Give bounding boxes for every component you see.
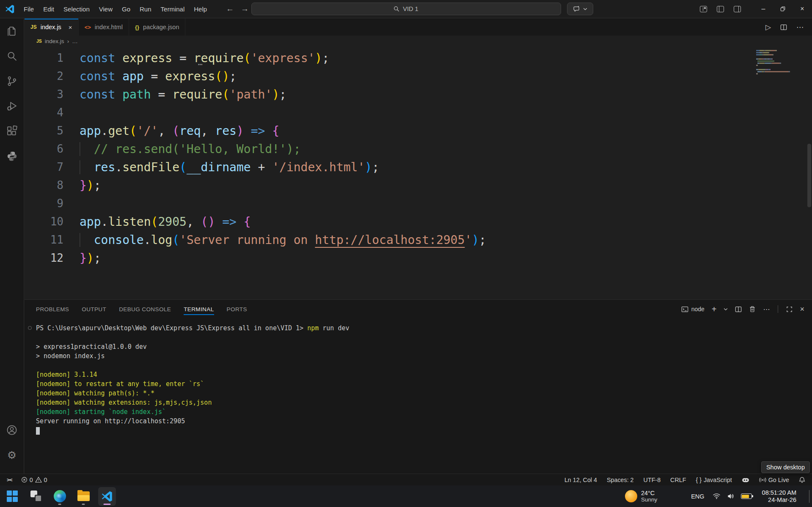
- weather-condition: Sunny: [641, 496, 657, 503]
- menu-edit[interactable]: Edit: [39, 3, 58, 15]
- breadcrumb-file[interactable]: index.js: [45, 38, 64, 44]
- file-explorer-icon[interactable]: [74, 487, 92, 506]
- close-panel-icon[interactable]: ×: [800, 305, 804, 314]
- new-terminal-icon[interactable]: +: [712, 304, 717, 314]
- code-line-11[interactable]: 11 console.log('Server running on http:/…: [25, 231, 812, 249]
- account-icon[interactable]: [6, 424, 18, 436]
- close-tab-icon[interactable]: ×: [69, 24, 72, 31]
- search-icon[interactable]: [6, 50, 18, 63]
- explorer-icon[interactable]: [6, 25, 18, 38]
- code-line-4[interactable]: 4: [25, 104, 812, 122]
- maximize-panel-icon[interactable]: [786, 306, 793, 312]
- code-line-8[interactable]: 8});: [25, 176, 812, 195]
- code-editor[interactable]: 1const express = require('express');2con…: [25, 47, 812, 299]
- more-actions-icon[interactable]: ⋯: [796, 23, 804, 32]
- go-live-button[interactable]: Go Live: [758, 477, 790, 483]
- settings-gear-icon[interactable]: ⚙: [6, 449, 18, 461]
- encoding[interactable]: UTF-8: [643, 477, 662, 483]
- sun-icon: [625, 490, 637, 502]
- eol-sequence[interactable]: CRLF: [669, 477, 687, 483]
- show-desktop-button[interactable]: [809, 490, 809, 503]
- command-center-search[interactable]: VID 1: [251, 3, 561, 15]
- line-number: 2: [25, 67, 63, 85]
- code-line-12[interactable]: 12});: [25, 249, 812, 267]
- tab-output[interactable]: OUTPUT: [82, 300, 106, 318]
- vscode-taskbar-icon[interactable]: [98, 487, 116, 506]
- chevron-down-icon[interactable]: [724, 308, 728, 311]
- toggle-secondary-sidebar-icon[interactable]: [734, 6, 741, 12]
- tab-index-js[interactable]: JS index.js ×: [25, 19, 79, 36]
- tab-package-json[interactable]: {} package.json: [129, 19, 186, 36]
- menu-selection[interactable]: Selection: [60, 3, 94, 15]
- battery-icon[interactable]: [741, 493, 752, 499]
- code-line-5[interactable]: 5app.get('/', (req, res) => {: [25, 122, 812, 140]
- minimize-icon[interactable]: –: [754, 0, 773, 18]
- terminal-instance[interactable]: node: [681, 306, 705, 312]
- trash-icon[interactable]: [749, 306, 756, 312]
- remote-indicator-icon[interactable]: ><: [6, 477, 13, 483]
- code-line-3[interactable]: 3const path = require('path');: [25, 85, 812, 104]
- back-arrow-icon[interactable]: ←: [226, 4, 234, 14]
- warning-icon: [35, 477, 42, 483]
- menu-terminal[interactable]: Terminal: [157, 3, 189, 15]
- breadcrumb-symbol[interactable]: …: [72, 38, 78, 44]
- edge-browser-icon[interactable]: [51, 487, 69, 506]
- start-button-icon[interactable]: [3, 487, 21, 506]
- split-editor-icon[interactable]: [780, 24, 787, 30]
- cursor-position[interactable]: Ln 12, Col 4: [564, 477, 598, 483]
- code-line-7[interactable]: 7 res.sendFile(__dirname + '/index.html'…: [25, 158, 812, 176]
- terminal-output[interactable]: PS C:\Users\apurv\Desktop\Web dev\Expres…: [25, 318, 812, 435]
- tab-terminal[interactable]: TERMINAL: [184, 300, 214, 318]
- code-line-6[interactable]: 6 // res.send('Hello, World!');: [25, 140, 812, 158]
- close-icon[interactable]: ×: [793, 0, 812, 18]
- task-view-icon[interactable]: [27, 487, 45, 506]
- menu-file[interactable]: File: [20, 3, 38, 15]
- tab-debug-console[interactable]: DEBUG CONSOLE: [119, 300, 171, 318]
- notifications-bell-icon[interactable]: [798, 477, 806, 483]
- menu-go[interactable]: Go: [118, 3, 134, 15]
- run-file-icon[interactable]: ▷: [765, 23, 771, 32]
- more-actions-icon[interactable]: ⋯: [763, 305, 770, 313]
- taskbar-time: 08:51:20 AM: [762, 489, 796, 496]
- editor-scrollbar[interactable]: [807, 144, 811, 207]
- python-icon[interactable]: [6, 150, 18, 162]
- source-control-icon[interactable]: [6, 75, 18, 88]
- code-line-10[interactable]: 10app.listen(2905, () => {: [25, 213, 812, 231]
- customize-layout-icon[interactable]: [700, 6, 707, 12]
- language-mode[interactable]: { } JavaScript: [695, 477, 732, 483]
- indentation[interactable]: Spaces: 2: [606, 477, 635, 483]
- speaker-icon[interactable]: [727, 493, 735, 499]
- forward-arrow-icon[interactable]: →: [241, 4, 249, 14]
- tab-ports[interactable]: PORTS: [227, 300, 247, 318]
- menu-run[interactable]: Run: [136, 3, 155, 15]
- minimap[interactable]: [756, 50, 795, 75]
- clock-widget[interactable]: 08:51:20 AM 24-Mar-26: [762, 489, 796, 504]
- vscode-logo-icon[interactable]: [5, 4, 15, 14]
- menu-view[interactable]: View: [95, 3, 116, 15]
- toggle-sidebar-icon[interactable]: [717, 6, 724, 12]
- command-decoration-icon[interactable]: [28, 326, 32, 330]
- line-number: 10: [25, 213, 63, 231]
- tab-index-html[interactable]: <> index.html: [79, 19, 129, 36]
- restore-icon[interactable]: [773, 0, 793, 18]
- code-line-1[interactable]: 1const express = require('express');: [25, 49, 812, 67]
- weather-widget[interactable]: 24°C Sunny: [625, 490, 657, 503]
- line-number: 1: [25, 49, 63, 67]
- copilot-chat-button[interactable]: [567, 3, 593, 15]
- breadcrumb[interactable]: JS index.js › …: [25, 36, 812, 47]
- extensions-icon[interactable]: [6, 125, 18, 137]
- run-and-debug-icon[interactable]: [6, 100, 18, 112]
- line-number: 9: [25, 195, 63, 213]
- split-terminal-icon[interactable]: [735, 306, 742, 312]
- problems-indicator[interactable]: 0 0: [20, 477, 48, 483]
- code-line-2[interactable]: 2const app = express();: [25, 67, 812, 85]
- history-navigation: ← →: [226, 4, 249, 14]
- system-tray[interactable]: ENG: [691, 493, 751, 500]
- tab-problems[interactable]: PROBLEMS: [36, 300, 69, 318]
- titlebar-right: – ×: [700, 0, 812, 18]
- code-line-9[interactable]: 9: [25, 195, 812, 213]
- menu-help[interactable]: Help: [190, 3, 211, 15]
- wifi-icon[interactable]: [713, 493, 721, 499]
- copilot-status-icon[interactable]: [741, 477, 750, 483]
- language-indicator[interactable]: ENG: [691, 493, 704, 500]
